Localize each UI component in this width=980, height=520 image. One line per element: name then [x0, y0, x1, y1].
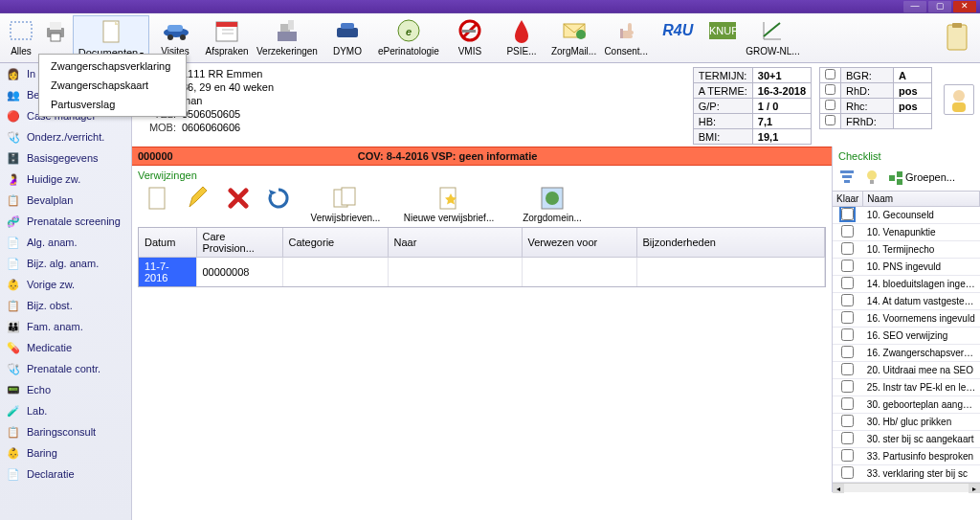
checklist-row[interactable]: 33. verklaring ster bij sc: [833, 465, 980, 483]
new-button[interactable]: [142, 185, 174, 212]
checklist-checkbox[interactable]: [841, 311, 854, 324]
col-naar[interactable]: Naar: [388, 228, 522, 258]
verwijsbrieven-button[interactable]: Verwijsbrieven...: [302, 185, 389, 223]
checklist-row[interactable]: 30. ster bij sc aangekaart: [833, 431, 980, 448]
checklist-row[interactable]: 10. PNS ingevuld: [833, 259, 980, 276]
nav-onderz[interactable]: 🩺Onderz./verricht.: [0, 126, 131, 147]
rhd-checkbox[interactable]: [825, 84, 835, 95]
nav-bijzobst[interactable]: 📋Bijz. obst.: [0, 295, 131, 316]
checklist-row[interactable]: 14. bloeduitslagen ingev...: [833, 276, 980, 293]
nav-lab[interactable]: 🧪Lab.: [0, 400, 131, 421]
nav-huidige[interactable]: 🤰Huidige zw.: [0, 169, 131, 190]
table-row[interactable]: 11-7-2016 00000008: [139, 258, 825, 287]
afspraken-button[interactable]: Afspraken: [201, 15, 253, 58]
alles-button[interactable]: Alles: [4, 15, 38, 58]
nav-bijzalg[interactable]: 📄Bijz. alg. anam.: [0, 253, 131, 274]
consent-button[interactable]: Consent...: [600, 15, 652, 58]
checklist-row[interactable]: 10. Gecounseld: [833, 207, 980, 224]
vmis-button[interactable]: VMIS: [444, 15, 496, 58]
checklist-checkbox[interactable]: [841, 449, 854, 462]
maximize-button[interactable]: ▢: [928, 1, 951, 12]
menu-partusverslag[interactable]: Partusverslag: [41, 95, 184, 114]
checklist-checkbox[interactable]: [841, 294, 854, 306]
checklist-checkbox[interactable]: [841, 363, 854, 375]
close-button[interactable]: ✕: [953, 1, 976, 12]
checklist-row[interactable]: 10. Termijnecho: [833, 241, 980, 259]
checklist-row[interactable]: 20. Uitdraai mee na SEO: [833, 362, 980, 379]
col-care[interactable]: Care Provision...: [196, 228, 282, 258]
verzekeringen-button[interactable]: Verzekeringen: [253, 15, 322, 58]
scroll-right-icon[interactable]: ▸: [969, 484, 980, 493]
eperinatologie-button[interactable]: e ePerinatologie: [373, 15, 444, 58]
nav-alganam[interactable]: 📄Alg. anam.: [0, 232, 131, 253]
checklist-item-label: 16. Voornemens ingevuld: [863, 310, 980, 328]
nieuwe-verwijsbrief-button[interactable]: Nieuwe verwijsbrief...: [396, 185, 501, 223]
checklist-row[interactable]: 16. SEO verwijzing: [833, 328, 980, 345]
checklist-checkbox[interactable]: [841, 415, 854, 427]
checklist-row[interactable]: 14. At datum vastgesteld ...: [833, 293, 980, 310]
checklist-checkbox[interactable]: [841, 397, 854, 410]
r4u-button[interactable]: R4U: [652, 15, 703, 46]
frhd-checkbox[interactable]: [825, 115, 835, 125]
grownl-button[interactable]: GROW-NL...: [742, 15, 803, 58]
nav-medicatie[interactable]: 💊Medicatie: [0, 337, 131, 358]
col-datum[interactable]: Datum: [139, 228, 196, 258]
checklist-row[interactable]: 10. Venapunktie: [833, 224, 980, 241]
horizontal-scrollbar[interactable]: ◂ ▸: [833, 483, 980, 492]
menu-zwangerschapsverklaring[interactable]: Zwangerschapsverklaring: [41, 57, 184, 76]
checklist-checkbox[interactable]: [841, 380, 854, 393]
idea-button[interactable]: [863, 168, 882, 187]
printer-button[interactable]: [38, 15, 73, 46]
visites-button[interactable]: Visites: [149, 15, 201, 58]
groepen-button[interactable]: Groepen...: [888, 170, 955, 185]
checklist-checkbox[interactable]: [841, 432, 854, 444]
edit-button[interactable]: [182, 185, 214, 212]
checklist-row[interactable]: 16. Voornemens ingevuld: [833, 310, 980, 328]
nav-prenatalecontr[interactable]: 🩺Prenatale contr.: [0, 358, 131, 379]
checklist-row[interactable]: 33. Partusinfo besproken: [833, 448, 980, 465]
col-naam[interactable]: Naam: [863, 192, 980, 207]
clipboard-icon[interactable]: [942, 21, 972, 52]
checklist-row[interactable]: 30. geboorteplan aangek...: [833, 396, 980, 414]
col-klaar[interactable]: Klaar: [833, 192, 863, 207]
x-icon: [225, 185, 252, 212]
checklist-row[interactable]: 25. Instr tav PE-kl en leve...: [833, 379, 980, 396]
rhc-checkbox[interactable]: [825, 100, 835, 110]
checklist-checkbox[interactable]: [841, 208, 854, 220]
nav-declaratie[interactable]: 📄Declaratie: [0, 463, 131, 485]
checklist-checkbox[interactable]: [841, 225, 854, 237]
zorgmail-button[interactable]: ZorgMail...: [547, 15, 600, 58]
nav-baringsconsult[interactable]: 📋Baringsconsult: [0, 421, 131, 442]
nav-famanam[interactable]: 👪Fam. anam.: [0, 316, 131, 337]
scroll-left-icon[interactable]: ◂: [833, 484, 844, 493]
nav-prenatale-screening[interactable]: 🧬Prenatale screening: [0, 211, 131, 232]
refresh-button[interactable]: [262, 185, 295, 212]
checklist-checkbox[interactable]: [841, 346, 854, 358]
delete-button[interactable]: [222, 185, 255, 212]
referrals-grid[interactable]: Datum Care Provision... Categorie Naar V…: [138, 227, 826, 287]
col-verwezen[interactable]: Verwezen voor: [522, 228, 636, 258]
nav-basis[interactable]: 🗄️Basisgegevens: [0, 147, 131, 169]
col-categorie[interactable]: Categorie: [282, 228, 388, 258]
menu-zwangerschapskaart[interactable]: Zwangerschapskaart: [41, 76, 184, 95]
knuf-button[interactable]: KNUF: [703, 15, 742, 46]
avatar[interactable]: [944, 84, 974, 115]
filter-button[interactable]: [838, 168, 858, 187]
zorgdomein-button[interactable]: Zorgdomein...: [509, 185, 595, 223]
checklist-checkbox[interactable]: [841, 328, 854, 341]
col-bijz[interactable]: Bijzonderheden: [636, 228, 825, 258]
bgr-checkbox[interactable]: [825, 69, 835, 79]
checklist-checkbox[interactable]: [841, 466, 854, 479]
checklist-checkbox[interactable]: [841, 277, 854, 289]
minimize-button[interactable]: —: [903, 1, 926, 12]
dymo-button[interactable]: DYMO: [322, 15, 373, 58]
checklist-checkbox[interactable]: [841, 260, 854, 272]
checklist-row[interactable]: 30. Hb/ gluc prikken: [833, 414, 980, 431]
nav-bevalplan[interactable]: 📋Bevalplan: [0, 190, 131, 211]
nav-vorigezw[interactable]: 👶Vorige zw.: [0, 274, 131, 295]
checklist-row[interactable]: 16. Zwangerschapsverkla...: [833, 345, 980, 362]
checklist-checkbox[interactable]: [841, 242, 854, 255]
psie-button[interactable]: PSIE...: [496, 15, 547, 58]
nav-baring[interactable]: 👶Baring: [0, 442, 131, 463]
nav-echo[interactable]: 📟Echo: [0, 379, 131, 400]
